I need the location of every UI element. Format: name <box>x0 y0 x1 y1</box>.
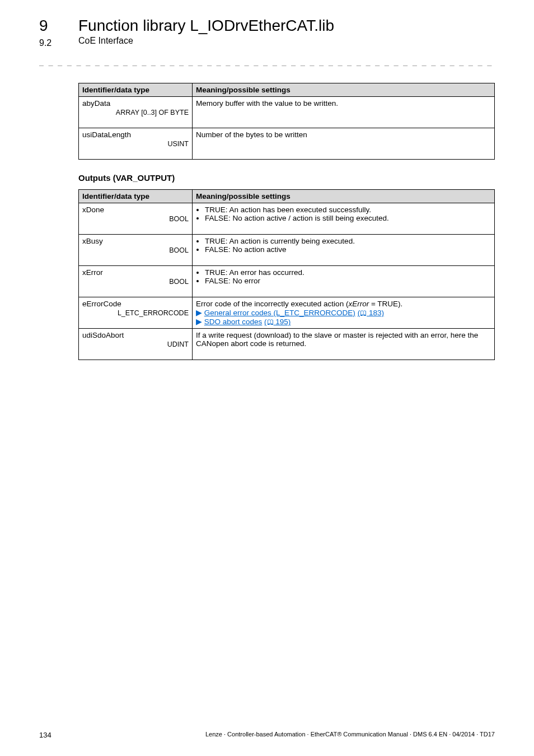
table-header: Meaning/possible settings <box>193 190 495 203</box>
chapter-title: Function library L_IODrvEtherCAT.lib <box>78 17 495 35</box>
table-row: eErrorCode L_ETC_ERRORCODE Error code of… <box>79 297 495 329</box>
meaning-cell: Memory buffer with the value to be writt… <box>193 97 495 128</box>
bullet: TRUE: An action has been executed succes… <box>205 206 491 214</box>
table-header: Identifier/data type <box>79 190 193 203</box>
identifier: xError <box>82 268 103 277</box>
arrow-icon: ▶ <box>196 309 204 317</box>
identifier: abyData <box>82 99 110 108</box>
divider: _ _ _ _ _ _ _ _ _ _ _ _ _ _ _ _ _ _ _ _ … <box>39 57 495 66</box>
data-type: ARRAY [0..3] OF BYTE <box>82 109 189 116</box>
book-icon: 🕮 <box>360 309 367 317</box>
section-title: CoE Interface <box>78 36 495 46</box>
outputs-table: Identifier/data type Meaning/possible se… <box>78 189 495 360</box>
bullet: TRUE: An action is currently being execu… <box>205 237 491 245</box>
section-number: 9.2 <box>39 38 51 48</box>
identifier: usiDataLength <box>82 130 131 139</box>
data-type: USINT <box>82 140 189 148</box>
table-row: xError BOOL TRUE: An error has occurred.… <box>79 266 495 297</box>
chapter-number: 9 <box>39 17 48 35</box>
identifier: xDone <box>82 206 104 214</box>
data-type: L_ETC_ERRORCODE <box>82 309 189 317</box>
bullet: FALSE: No action active <box>205 245 491 254</box>
identifier: eErrorCode <box>82 300 121 308</box>
table-row: usiDataLength USINT Number of the bytes … <box>79 128 495 160</box>
table-header: Identifier/data type <box>79 83 193 97</box>
bullet: TRUE: An error has occurred. <box>205 268 491 277</box>
arrow-icon: ▶ <box>196 318 204 326</box>
identifier: udiSdoAbort <box>82 331 124 339</box>
data-type: UDINT <box>82 340 189 348</box>
error-line: Error code of the incorrectly executed a… <box>196 300 491 308</box>
meaning-cell: Number of the bytes to be written <box>193 128 495 160</box>
data-type: BOOL <box>82 246 189 254</box>
table-row: xDone BOOL TRUE: An action has been exec… <box>79 203 495 235</box>
page-number: 134 <box>39 731 51 739</box>
table-row: xBusy BOOL TRUE: An action is currently … <box>79 235 495 266</box>
data-type: BOOL <box>82 215 189 223</box>
data-type: BOOL <box>82 278 189 286</box>
meaning-cell: If a write request (download) to the sla… <box>193 329 495 360</box>
table-header: Meaning/possible settings <box>193 83 495 97</box>
footer: 134 Lenze · Controller-based Automation … <box>39 731 495 739</box>
outputs-heading: Outputs (VAR_OUTPUT) <box>78 173 495 183</box>
inputs-continuation-table: Identifier/data type Meaning/possible se… <box>78 83 495 160</box>
book-icon: 🕮 <box>267 318 274 326</box>
sdo-abort-codes-link[interactable]: SDO abort codes <box>204 318 263 326</box>
bullet: FALSE: No action active / action is stil… <box>205 214 491 222</box>
table-row: abyData ARRAY [0..3] OF BYTE Memory buff… <box>79 97 495 128</box>
footer-text: Lenze · Controller-based Automation · Et… <box>205 731 495 739</box>
table-row: udiSdoAbort UDINT If a write request (do… <box>79 329 495 360</box>
bullet: FALSE: No error <box>205 277 491 285</box>
general-error-codes-link[interactable]: General error codes (L_ETC_ERRORCODE) <box>204 309 355 317</box>
identifier: xBusy <box>82 237 103 245</box>
